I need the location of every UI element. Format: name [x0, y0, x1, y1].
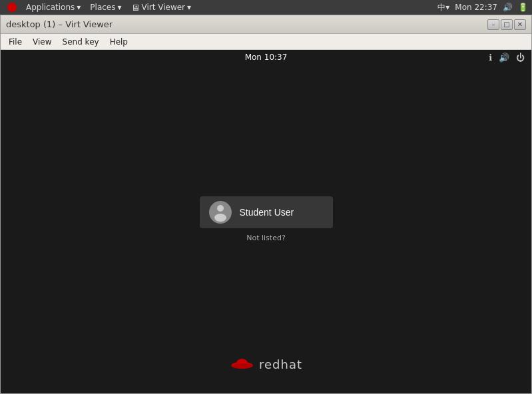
window-title: desktop (1) – Virt Viewer — [6, 19, 113, 29]
login-area: Student User Not listed? — [200, 196, 333, 242]
menu-file-label: File — [9, 37, 22, 47]
menu-help[interactable]: Help — [105, 36, 133, 48]
places-arrow: ▾ — [118, 3, 122, 12]
menu-bar: File View Send key Help — [1, 34, 531, 50]
vm-power-icon: ⏻ — [516, 53, 525, 63]
close-button[interactable]: ✕ — [514, 19, 526, 30]
title-bar: desktop (1) – Virt Viewer – □ ✕ — [1, 15, 531, 34]
vm-topbar-right: ℹ 🔊 ⏻ — [489, 53, 525, 63]
close-icon: ✕ — [517, 21, 523, 28]
menu-view[interactable]: View — [27, 36, 57, 48]
avatar — [209, 201, 232, 224]
virt-viewer-arrow: ▾ — [187, 3, 191, 12]
places-label: Places — [90, 3, 115, 12]
vm-info-icon: ℹ — [489, 53, 492, 63]
minimize-button[interactable]: – — [487, 19, 499, 30]
maximize-button[interactable]: □ — [501, 19, 513, 30]
maximize-icon: □ — [503, 21, 509, 28]
user-login-button[interactable]: Student User — [200, 196, 333, 228]
language-icon[interactable]: 中▾ — [437, 2, 449, 13]
vm-volume-icon: 🔊 — [499, 53, 509, 63]
virt-viewer-window: desktop (1) – Virt Viewer – □ ✕ File Vie… — [0, 15, 532, 394]
svg-point-0 — [217, 205, 224, 212]
svg-point-1 — [214, 214, 226, 222]
applications-menu[interactable]: Applications ▾ — [23, 2, 84, 13]
vm-topbar: Mon 10:37 ℹ 🔊 ⏻ — [1, 50, 531, 65]
minimize-icon: – — [492, 21, 495, 28]
system-time: Mon 22:37 — [455, 3, 497, 12]
applications-arrow: ▾ — [77, 3, 81, 12]
username-label: Student User — [240, 207, 294, 218]
virt-viewer-menu[interactable]: 🖥 Virt Viewer ▾ — [128, 2, 195, 13]
system-bar-left: Applications ▾ Places ▾ 🖥 Virt Viewer ▾ — [4, 2, 194, 13]
redhat-logo: redhat — [230, 355, 302, 373]
system-bar-right: 中▾ Mon 22:37 🔊 🔋 — [437, 2, 528, 13]
redhat-hat-icon — [230, 355, 254, 373]
applications-label: Applications — [26, 3, 75, 12]
redhat-logo-btn[interactable] — [4, 2, 20, 13]
redhat-icon — [7, 3, 17, 12]
menu-view-label: View — [33, 37, 51, 47]
system-bar: Applications ▾ Places ▾ 🖥 Virt Viewer ▾ … — [0, 0, 532, 15]
window-controls: – □ ✕ — [487, 19, 526, 30]
redhat-text: redhat — [259, 357, 302, 371]
virt-viewer-label: Virt Viewer — [142, 3, 186, 12]
vm-display: Mon 10:37 ℹ 🔊 ⏻ Student User Not listed? — [1, 50, 531, 393]
menu-help-label: Help — [110, 37, 128, 47]
volume-icon[interactable]: 🔊 — [503, 3, 513, 12]
svg-point-4 — [231, 363, 252, 369]
places-menu[interactable]: Places ▾ — [87, 2, 125, 13]
menu-sendkey-label: Send key — [63, 37, 99, 47]
menu-file[interactable]: File — [3, 36, 27, 48]
not-listed-link[interactable]: Not listed? — [246, 234, 286, 242]
monitor-icon: 🖥 — [131, 3, 140, 13]
menu-sendkey[interactable]: Send key — [57, 36, 105, 48]
avatar-icon — [212, 203, 228, 222]
vm-clock: Mon 10:37 — [245, 53, 288, 62]
battery-icon[interactable]: 🔋 — [518, 3, 528, 12]
